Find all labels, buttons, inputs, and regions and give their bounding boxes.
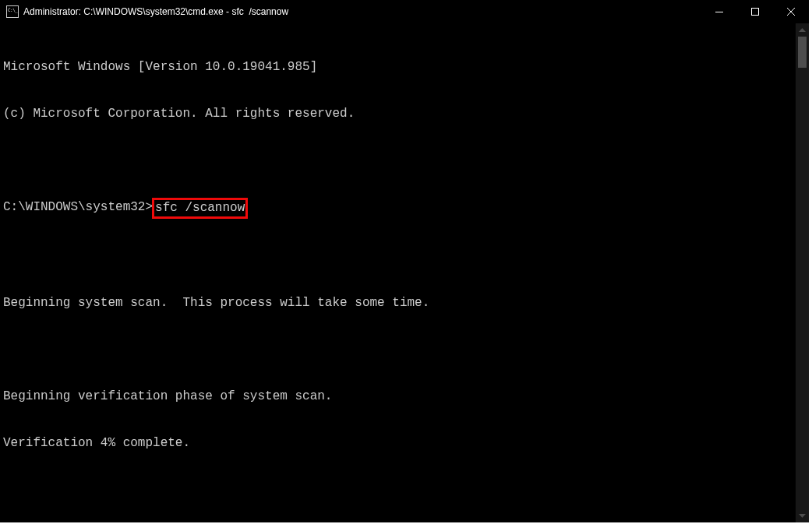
maximize-button[interactable] bbox=[737, 0, 773, 23]
minimize-button[interactable] bbox=[701, 0, 737, 23]
vertical-scrollbar[interactable] bbox=[796, 23, 809, 522]
scrollbar-thumb[interactable] bbox=[798, 37, 807, 68]
window-title: Administrator: C:\WINDOWS\system32\cmd.e… bbox=[23, 6, 288, 17]
cmd-icon bbox=[6, 5, 19, 18]
close-button[interactable] bbox=[773, 0, 809, 23]
output-blank-line bbox=[3, 342, 796, 357]
scrollbar-track[interactable] bbox=[796, 37, 809, 509]
output-verification-progress-line: Verification 4% complete. bbox=[3, 435, 796, 451]
prompt-path: C:\WINDOWS\system32> bbox=[3, 199, 153, 215]
output-blank-line bbox=[3, 248, 796, 264]
output-copyright-line: (c) Microsoft Corporation. All rights re… bbox=[3, 106, 796, 121]
terminal-output[interactable]: Microsoft Windows [Version 10.0.19041.98… bbox=[0, 23, 796, 522]
output-version-line: Microsoft Windows [Version 10.0.19041.98… bbox=[3, 59, 796, 75]
typed-command-highlight: sfc /scannow bbox=[152, 198, 248, 219]
output-verification-phase-line: Beginning verification phase of system s… bbox=[3, 389, 796, 404]
scroll-down-button[interactable] bbox=[796, 509, 809, 522]
output-blank-line bbox=[3, 153, 796, 168]
svg-rect-0 bbox=[752, 9, 759, 16]
scroll-up-button[interactable] bbox=[796, 23, 809, 37]
client-area: Microsoft Windows [Version 10.0.19041.98… bbox=[0, 23, 809, 522]
output-scan-begin-line: Beginning system scan. This process will… bbox=[3, 295, 796, 311]
title-bar[interactable]: Administrator: C:\WINDOWS\system32\cmd.e… bbox=[0, 0, 809, 23]
window-controls bbox=[701, 0, 809, 23]
cmd-window: Administrator: C:\WINDOWS\system32\cmd.e… bbox=[0, 0, 809, 522]
prompt-line: C:\WINDOWS\system32>sfc /scannow bbox=[3, 199, 796, 217]
